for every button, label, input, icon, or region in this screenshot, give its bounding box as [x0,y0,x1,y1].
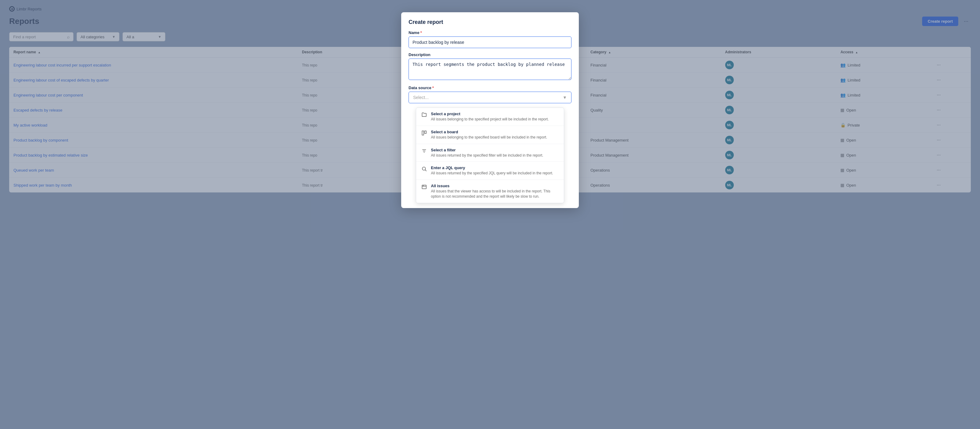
data-source-select[interactable]: Select... ▼ [409,92,571,103]
svg-point-5 [422,167,426,171]
dropdown-item-content-all: All issues All issues that the viewer ha… [431,183,559,199]
jql-icon [421,166,427,173]
dropdown-item-desc-all: All issues that the viewer has access to… [431,189,559,199]
modal-overlay[interactable]: Create report Name * Description This re… [0,0,980,429]
description-label: Description [409,53,571,57]
svg-line-6 [425,170,426,171]
dropdown-item-all[interactable]: All issues All issues that the viewer ha… [416,180,564,203]
project-icon [421,112,427,119]
dropdown-item-title-all: All issues [431,183,559,188]
dropdown-item-board[interactable]: Select a board All issues belonging to t… [416,126,564,144]
all-icon [421,184,427,191]
dropdown-item-desc-filter: All issues returned by the specified fil… [431,153,559,158]
svg-rect-1 [425,131,426,133]
data-source-placeholder: Select... [413,95,429,100]
modal-title: Create report [409,19,571,26]
required-star: * [420,30,422,35]
name-input[interactable] [409,37,571,48]
dropdown-item-title-board: Select a board [431,130,559,134]
modal-body: Name * Description This report segments … [401,30,579,208]
filter-icon [421,148,427,155]
description-form-group: Description This report segments the pro… [409,53,571,81]
required-star-ds: * [432,86,434,90]
dropdown-item-filter[interactable]: Select a filter All issues returned by t… [416,144,564,162]
dropdown-item-content-project: Select a project All issues belonging to… [431,112,559,122]
data-source-form-group: Data source * Select... ▼ [409,86,571,103]
dropdown-item-content-jql: Enter a JQL query All issues returned by… [431,166,559,176]
description-textarea[interactable]: This report segments the product backlog… [409,59,571,80]
board-icon [421,130,427,137]
svg-rect-0 [422,131,423,135]
dropdown-item-content-board: Select a board All issues belonging to t… [431,130,559,140]
dropdown-item-title-jql: Enter a JQL query [431,166,559,170]
dropdown-item-title-project: Select a project [431,112,559,116]
create-report-modal: Create report Name * Description This re… [401,12,579,208]
chevron-down-icon-ds: ▼ [563,95,567,100]
dropdown-item-desc-board: All issues belonging to the specified bo… [431,135,559,140]
svg-rect-7 [422,185,426,189]
name-label: Name * [409,30,571,35]
dropdown-item-jql[interactable]: Enter a JQL query All issues returned by… [416,162,564,180]
data-source-dropdown: Select a project All issues belonging to… [416,108,564,203]
data-source-label: Data source * [409,86,571,90]
dropdown-item-content-filter: Select a filter All issues returned by t… [431,148,559,158]
dropdown-item-project[interactable]: Select a project All issues belonging to… [416,108,564,126]
name-form-group: Name * [409,30,571,48]
dropdown-item-title-filter: Select a filter [431,148,559,152]
dropdown-item-desc-project: All issues belonging to the specified pr… [431,117,559,122]
dropdown-item-desc-jql: All issues returned by the specified JQL… [431,171,559,176]
modal-header: Create report [401,12,579,30]
